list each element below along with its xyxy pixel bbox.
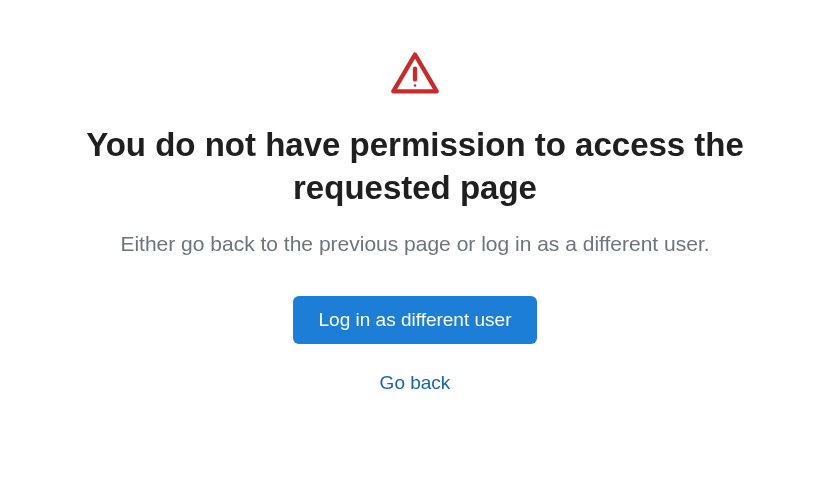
login-different-user-button[interactable]: Log in as different user bbox=[293, 296, 538, 344]
warning-icon bbox=[389, 48, 441, 100]
go-back-button[interactable]: Go back bbox=[380, 372, 451, 394]
svg-point-1 bbox=[414, 84, 417, 87]
permission-denied-description: Either go back to the previous page or l… bbox=[120, 232, 709, 256]
permission-denied-heading: You do not have permission to access the… bbox=[55, 124, 775, 210]
